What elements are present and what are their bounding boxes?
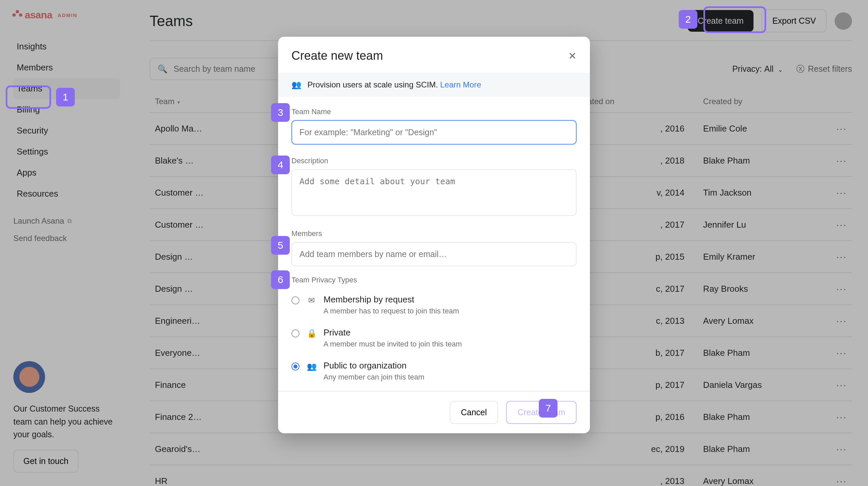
team-name-label: Team Name	[291, 107, 577, 116]
privacy-option-membership-by-request[interactable]: ✉︎ Membership by request A member has to…	[291, 288, 577, 321]
radio-checked-icon	[291, 362, 300, 370]
members-label: Members	[291, 229, 577, 238]
modal-cancel-button[interactable]: Cancel	[450, 401, 498, 424]
mail-icon: ✉︎	[307, 296, 316, 305]
scim-banner: 👥 Provision users at scale using SCIM. L…	[278, 73, 590, 97]
scim-learn-more-link[interactable]: Learn More	[440, 80, 482, 89]
annotation-num-2: 2	[679, 10, 698, 29]
annotation-num-6: 6	[271, 270, 290, 289]
annotation-num-3: 3	[271, 103, 290, 122]
team-name-input[interactable]	[291, 120, 577, 144]
people-icon: 👥	[291, 80, 302, 90]
create-team-modal: Create new team ✕ 👥 Provision users at s…	[278, 37, 590, 433]
lock-icon: 🔒	[307, 329, 316, 338]
privacy-option-public[interactable]: 👥 Public to organization Any member can …	[291, 355, 577, 388]
people-icon: 👥	[307, 362, 316, 371]
annotation-num-1: 1	[56, 88, 75, 106]
annotation-num-4: 4	[271, 156, 290, 174]
description-label: Description	[291, 157, 577, 165]
radio-icon	[291, 329, 300, 337]
members-input[interactable]	[291, 242, 577, 266]
description-input[interactable]	[291, 169, 577, 216]
annotation-num-5: 5	[271, 236, 290, 255]
annotation-num-7: 7	[539, 399, 558, 418]
privacy-option-private[interactable]: 🔒 Private A member must be invited to jo…	[291, 321, 577, 355]
modal-title: Create new team	[291, 49, 383, 63]
radio-icon	[291, 296, 300, 304]
privacy-types-label: Team Privacy Types	[291, 276, 577, 284]
modal-close-button[interactable]: ✕	[568, 50, 577, 62]
